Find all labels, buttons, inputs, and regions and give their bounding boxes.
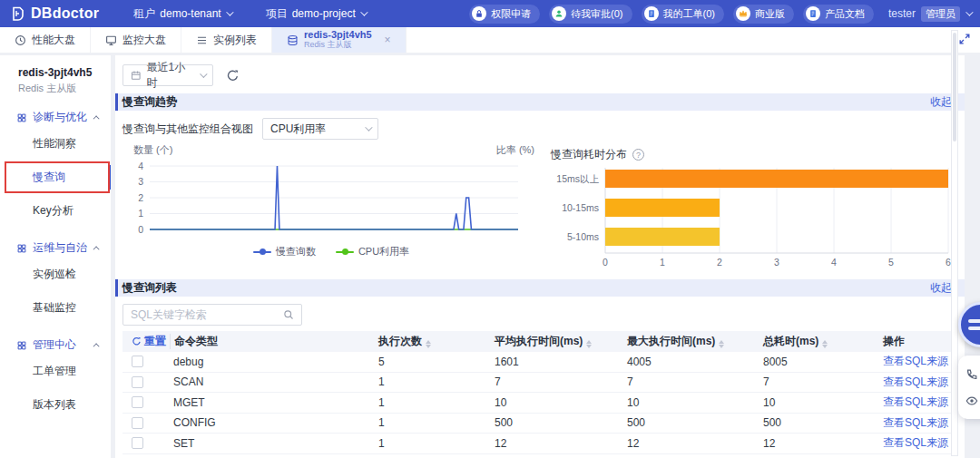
cell-cmd: SET <box>170 437 375 450</box>
sort-icon[interactable] <box>822 340 828 348</box>
chevron-down-icon <box>360 8 368 15</box>
navbar-pill[interactable]: 权限申请 <box>469 5 540 24</box>
trend-collapse-link[interactable]: 收起 <box>930 94 952 110</box>
sidebar-item-性能洞察[interactable]: 性能洞察 <box>0 129 111 159</box>
content-area: redis-3pjt4vh5 Redis 主从版 诊断与优化性能洞察慢查询Key… <box>0 53 980 458</box>
sidebar-item-慢查询[interactable]: 慢查询 <box>0 162 111 192</box>
brand-logo[interactable]: DBdoctor <box>11 5 99 22</box>
legend-label: 慢查询数 <box>276 245 316 258</box>
app-root: DBdoctor 租户 demo-tenant 项目 demo-project … <box>0 0 980 458</box>
sidebar-section-header[interactable]: 管理中心 <box>0 337 111 353</box>
cell-cmd: SCAN <box>170 375 375 388</box>
vertical-scrollbar[interactable] <box>951 30 958 456</box>
sidebar-item-版本列表[interactable]: 版本列表 <box>0 390 111 420</box>
grid-icon <box>16 243 27 254</box>
sidebar-item-基础监控[interactable]: 基础监控 <box>0 293 111 323</box>
sql-search-input[interactable] <box>131 308 283 321</box>
search-icon[interactable] <box>283 309 294 320</box>
navbar-pill[interactable]: 我的工单(0) <box>642 5 724 24</box>
chevron-up-icon <box>93 246 100 252</box>
svg-text:2: 2 <box>717 257 722 268</box>
sidebar-item-工单管理[interactable]: 工单管理 <box>0 356 111 386</box>
navbar-pill-label: 权限申请 <box>491 7 531 21</box>
navbar-pill[interactable]: 产品文档 <box>803 5 874 24</box>
tab-nav[interactable]: 监控大盘 <box>91 27 181 53</box>
sidebar-section: 诊断与优化性能洞察慢查询Key分析 <box>0 110 111 226</box>
fullscreen-icon[interactable] <box>958 33 971 48</box>
tab-title: redis-3pjt4vh5 <box>304 30 372 40</box>
scrollbar-thumb[interactable] <box>953 33 956 141</box>
table-row: MGET1101010查看SQL来源 <box>122 393 957 414</box>
view-sql-source-link[interactable]: 查看SQL来源 <box>883 416 948 429</box>
column-header-total[interactable]: 总耗时(ms) <box>760 334 879 349</box>
sidebar-section-header[interactable]: 诊断与优化 <box>0 110 111 125</box>
time-range-select[interactable]: 最近1小时 <box>122 64 213 86</box>
brand-logo-icon <box>11 6 25 21</box>
view-sql-source-link[interactable]: 查看SQL来源 <box>883 395 948 408</box>
svg-text:2: 2 <box>138 192 143 203</box>
checkbox[interactable] <box>132 437 143 449</box>
cell-avg: 10 <box>491 396 623 409</box>
checkbox[interactable] <box>132 356 143 367</box>
tab-nav[interactable]: 实例列表 <box>181 27 272 53</box>
sort-icon[interactable] <box>719 340 724 348</box>
dist-chart-title: 慢查询耗时分布 <box>551 147 627 162</box>
checkbox[interactable] <box>132 376 143 388</box>
grid-icon <box>16 340 27 351</box>
sort-icon[interactable] <box>426 340 431 348</box>
close-icon[interactable]: × <box>385 34 391 46</box>
tab-nav[interactable]: 性能大盘 <box>0 27 91 53</box>
refresh-icon[interactable] <box>226 69 240 83</box>
cell-avg: 12 <box>491 437 623 450</box>
navbar-pill[interactable]: 待我审批(0) <box>549 5 632 24</box>
navbar-pill[interactable]: 商业版 <box>733 5 794 24</box>
column-header-avg[interactable]: 平均执行时间(ms) <box>491 334 623 349</box>
floating-help-widget[interactable] <box>958 356 980 419</box>
feedback-eye-icon[interactable] <box>965 395 978 407</box>
row-checkbox-cell <box>122 417 170 429</box>
cell-count: 1 <box>375 396 491 409</box>
checkbox[interactable] <box>132 417 143 429</box>
user-menu[interactable]: tester 管理员 <box>888 6 971 22</box>
view-sql-source-link[interactable]: 查看SQL来源 <box>883 375 948 388</box>
row-checkbox-cell <box>122 356 170 367</box>
table-row: INFO1777查看SQL来源 <box>122 454 957 458</box>
database-icon <box>287 34 299 46</box>
svg-text:15ms以上: 15ms以上 <box>556 173 599 184</box>
column-header-max[interactable]: 最大执行时间(ms) <box>623 334 760 349</box>
cell-cmd: MGET <box>170 396 375 409</box>
tenant-select[interactable]: 租户 demo-tenant <box>133 6 230 22</box>
tenant-value: demo-tenant <box>160 7 220 20</box>
column-header-count[interactable]: 执行次数 <box>375 334 491 349</box>
reset-button[interactable]: 重置 <box>132 334 166 349</box>
cell-action: 查看SQL来源 <box>879 435 957 451</box>
list-collapse-link[interactable]: 收起 <box>930 280 952 296</box>
sidebar: redis-3pjt4vh5 Redis 主从版 诊断与优化性能洞察慢查询Key… <box>0 55 111 458</box>
metric-select[interactable]: CPU利用率 <box>262 118 378 140</box>
sidebar-item-实例巡检[interactable]: 实例巡检 <box>0 259 111 289</box>
project-select[interactable]: 项目 demo-project <box>266 6 366 22</box>
sidebar-section: 管理中心工单管理版本列表 <box>0 337 111 420</box>
checkbox[interactable] <box>132 396 143 408</box>
view-sql-source-link[interactable]: 查看SQL来源 <box>883 436 948 449</box>
product-doc-icon <box>806 6 820 21</box>
left-axis-label: 数量 (个) <box>133 143 172 157</box>
sidebar-section-label: 诊断与优化 <box>33 110 87 125</box>
legend-item-CPU利用率[interactable]: CPU利用率 <box>336 245 409 258</box>
table-row: CONFIG1500500500查看SQL来源 <box>122 414 957 434</box>
support-phone-icon[interactable] <box>965 368 978 381</box>
tab-instance[interactable]: redis-3pjt4vh5Redis 主从版× <box>272 27 407 53</box>
legend-item-慢查询数[interactable]: 慢查询数 <box>253 245 316 258</box>
view-sql-source-link[interactable]: 查看SQL来源 <box>883 355 948 367</box>
sidebar-section-header[interactable]: 运维与自治 <box>0 240 111 256</box>
cell-max: 12 <box>623 437 760 450</box>
navbar-pill-label: 商业版 <box>755 7 785 21</box>
user-name: tester <box>888 7 916 20</box>
sidebar-item-Key分析[interactable]: Key分析 <box>0 196 111 226</box>
svg-text:3: 3 <box>138 176 143 187</box>
column-label: 最大执行时间(ms) <box>627 335 715 347</box>
svg-text:1: 1 <box>660 257 665 268</box>
sort-icon[interactable] <box>586 340 592 348</box>
help-question-icon[interactable]: ? <box>632 149 644 161</box>
tab-subtitle: Redis 主从版 <box>304 40 372 50</box>
